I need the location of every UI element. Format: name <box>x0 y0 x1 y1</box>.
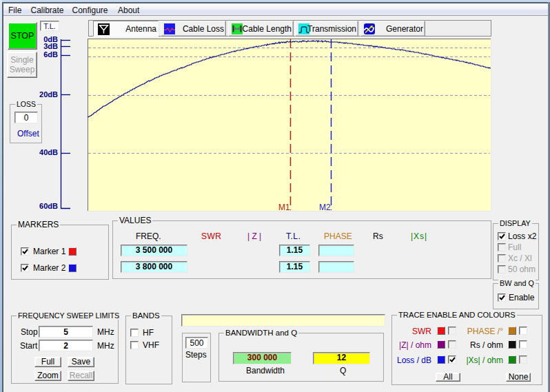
svg-text:M1: M1 <box>278 203 290 212</box>
svg-text:M2: M2 <box>319 203 331 212</box>
